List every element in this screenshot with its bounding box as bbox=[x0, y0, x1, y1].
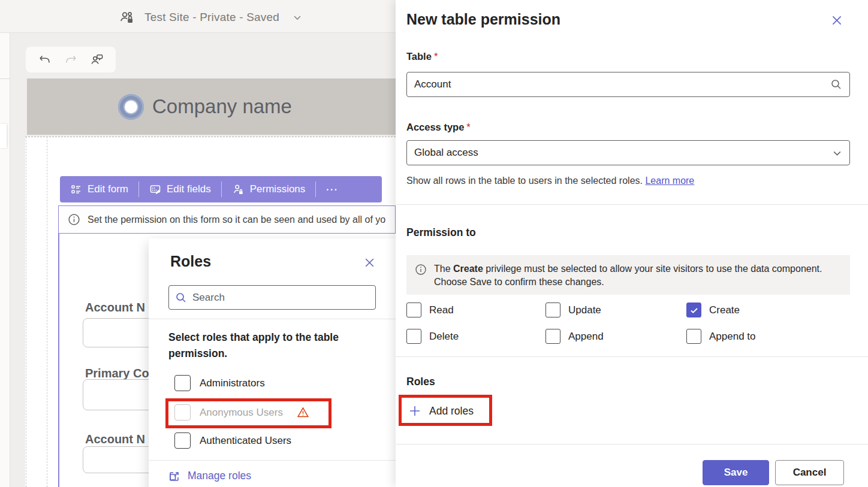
layout-guide-line bbox=[47, 137, 47, 487]
comments-button[interactable] bbox=[87, 50, 106, 69]
company-header-banner[interactable]: Company name bbox=[27, 78, 396, 135]
delete-permission[interactable]: Delete bbox=[406, 329, 459, 344]
app-screen: Test Site - Private - Saved bbox=[0, 0, 868, 487]
authenticated-users-checkbox[interactable] bbox=[174, 432, 191, 449]
rail-notch[interactable] bbox=[0, 124, 7, 148]
cancel-button[interactable]: Cancel bbox=[775, 460, 844, 485]
edit-fields-button[interactable]: Edit fields bbox=[139, 176, 221, 202]
more-actions-button[interactable]: ⋯ bbox=[316, 182, 348, 196]
access-type-dropdown[interactable]: Global access bbox=[406, 140, 850, 165]
create-privilege-info-bar: The Create privilege must be selected to… bbox=[406, 255, 850, 295]
close-icon[interactable] bbox=[362, 255, 376, 270]
people-lock-icon bbox=[117, 8, 136, 27]
table-input[interactable] bbox=[414, 78, 830, 90]
field-label: Account N bbox=[85, 432, 145, 446]
person-lock-icon bbox=[232, 183, 245, 196]
roles-section-heading: Roles bbox=[406, 376, 435, 388]
info-icon bbox=[415, 264, 427, 288]
delete-checkbox[interactable] bbox=[406, 329, 421, 344]
role-row-anonymous-users[interactable]: Anonymous Users bbox=[174, 404, 309, 421]
role-row-administrators[interactable]: Administrators bbox=[174, 375, 265, 391]
role-label: Authenticated Users bbox=[200, 435, 291, 447]
dialog-divider bbox=[149, 460, 396, 461]
field-label: Primary Co bbox=[85, 367, 149, 380]
roles-prompt: Select roles that apply to the table per… bbox=[168, 329, 354, 362]
layout-guide-line bbox=[26, 137, 26, 487]
quick-actions-card bbox=[26, 47, 116, 72]
external-link-icon bbox=[168, 470, 180, 482]
search-icon bbox=[175, 292, 187, 304]
append-permission[interactable]: Append bbox=[545, 329, 604, 344]
read-permission[interactable]: Read bbox=[406, 303, 454, 317]
save-button[interactable]: Save bbox=[703, 460, 769, 485]
append-to-checkbox[interactable] bbox=[686, 329, 701, 344]
create-permission[interactable]: Create bbox=[686, 303, 740, 317]
search-icon[interactable] bbox=[830, 78, 842, 90]
access-type-label: Access type* bbox=[406, 122, 471, 133]
company-name-text: Company name bbox=[152, 95, 292, 118]
table-field-label: Table* bbox=[406, 51, 438, 62]
form-info-message-bar: Set the permission on this form so it ca… bbox=[58, 205, 396, 234]
component-toolbar: Edit form Edit fields Permissions ⋯ bbox=[60, 176, 382, 202]
chevron-down-icon bbox=[288, 8, 307, 27]
edit-fields-icon bbox=[149, 183, 161, 195]
anonymous-users-checkbox[interactable] bbox=[174, 404, 191, 421]
warning-icon bbox=[297, 406, 309, 419]
panel-title: New table permission bbox=[406, 11, 560, 28]
edit-form-button[interactable]: Edit form bbox=[60, 176, 138, 202]
table-lookup-field[interactable] bbox=[406, 72, 850, 97]
manage-roles-label: Manage roles bbox=[188, 470, 251, 482]
site-title: Test Site - Private - Saved bbox=[144, 11, 279, 24]
edit-fields-label: Edit fields bbox=[167, 183, 211, 195]
panel-divider bbox=[396, 444, 868, 444]
required-mark: * bbox=[466, 122, 470, 132]
site-menu[interactable]: Test Site - Private - Saved bbox=[117, 8, 307, 27]
company-logo bbox=[118, 94, 144, 120]
permission-to-heading: Permission to bbox=[406, 226, 476, 239]
panel-divider bbox=[396, 356, 868, 357]
chevron-down-icon bbox=[832, 148, 842, 158]
field-label: Account N bbox=[85, 301, 145, 314]
required-mark: * bbox=[434, 51, 438, 62]
access-type-helper: Show all rows in the table to users in t… bbox=[406, 176, 694, 186]
form-list-icon bbox=[70, 183, 82, 195]
append-to-permission[interactable]: Append to bbox=[686, 329, 756, 344]
learn-more-link[interactable]: Learn more bbox=[645, 176, 694, 186]
update-permission[interactable]: Update bbox=[545, 303, 601, 317]
form-info-message: Set the permission on this form so it ca… bbox=[88, 214, 385, 225]
roles-dialog: Roles Select roles that apply to the tab… bbox=[149, 238, 396, 487]
create-checkbox[interactable] bbox=[686, 303, 701, 317]
permissions-button[interactable]: Permissions bbox=[222, 176, 316, 202]
role-row-authenticated-users[interactable]: Authenticated Users bbox=[174, 432, 291, 449]
permissions-label: Permissions bbox=[250, 183, 306, 195]
roles-search-box[interactable] bbox=[168, 285, 376, 310]
redo-button[interactable] bbox=[61, 50, 80, 69]
rail-divider bbox=[0, 78, 10, 79]
role-label: Anonymous Users bbox=[200, 407, 283, 419]
roles-dialog-title: Roles bbox=[170, 253, 211, 270]
checkmark-icon bbox=[689, 305, 699, 315]
administrators-checkbox[interactable] bbox=[174, 375, 191, 391]
undo-button[interactable] bbox=[35, 50, 55, 69]
read-checkbox[interactable] bbox=[406, 303, 421, 317]
panel-divider bbox=[396, 204, 868, 205]
access-type-value: Global access bbox=[414, 147, 832, 159]
plus-icon bbox=[408, 404, 422, 418]
edit-form-label: Edit form bbox=[88, 183, 128, 195]
roles-search-input[interactable] bbox=[192, 292, 369, 304]
add-roles-button[interactable]: Add roles bbox=[408, 404, 474, 418]
append-checkbox[interactable] bbox=[545, 329, 560, 344]
info-icon bbox=[67, 213, 80, 226]
close-icon[interactable] bbox=[830, 13, 844, 28]
left-rail bbox=[0, 33, 10, 487]
new-table-permission-panel: New table permission Table* Access type*… bbox=[396, 0, 868, 487]
update-checkbox[interactable] bbox=[545, 303, 560, 317]
dialog-divider bbox=[149, 319, 396, 319]
create-privilege-info-text: The Create privilege must be selected to… bbox=[434, 262, 842, 288]
manage-roles-link[interactable]: Manage roles bbox=[168, 470, 251, 482]
role-label: Administrators bbox=[200, 377, 265, 389]
selected-form-outline bbox=[58, 205, 59, 487]
